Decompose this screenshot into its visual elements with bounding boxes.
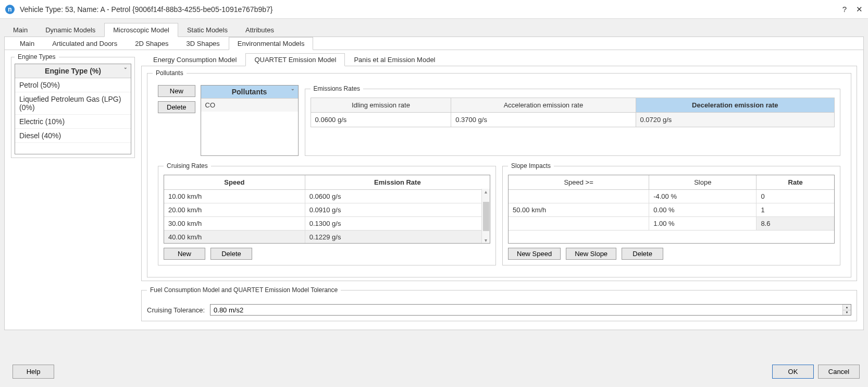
top-tab-main[interactable]: Main (4, 23, 36, 37)
pollutants-fieldset: Pollutants New Delete Pollutants ⌄ (147, 69, 851, 277)
window-title: Vehicle Type: 53, Name: A - Petrol {9006… (20, 5, 842, 14)
spinner-up-icon[interactable]: ▲ (843, 305, 851, 310)
engine-type-row[interactable]: Petrol (50%) (15, 78, 131, 92)
app-icon: n (5, 5, 15, 14)
new-speed-button[interactable]: New Speed (508, 248, 561, 260)
cancel-button[interactable]: Cancel (818, 365, 860, 379)
engine-type-row[interactable]: Electric (10%) (15, 115, 131, 129)
emissions-rates-table: Idling emission rate Acceleration emissi… (311, 98, 835, 127)
scroll-thumb[interactable] (483, 202, 489, 231)
emission-tab-quartet-emission-model[interactable]: QUARTET Emission Model (245, 53, 345, 66)
sub-tab-articulated-and-doors[interactable]: Articulated and Doors (43, 37, 126, 50)
idle-rate-header: Idling emission rate (311, 98, 451, 113)
accel-rate-header: Acceleration emission rate (451, 98, 636, 113)
emissions-rates-fieldset: Emissions Rates Idling emission rate Acc… (305, 85, 840, 156)
cruising-row[interactable]: 30.00 km/h0.1300 g/s (164, 217, 490, 231)
spinner-down-icon[interactable]: ▼ (843, 310, 851, 316)
cruising-row[interactable]: 10.00 km/h0.0600 g/s (164, 190, 490, 203)
decel-rate-cell[interactable]: 0.0720 g/s (636, 113, 834, 127)
top-tab-attributes[interactable]: Attributes (237, 23, 283, 37)
tolerance-input-wrap[interactable]: ▲ ▼ (210, 304, 851, 316)
sub-tab-environmental-models[interactable]: Environmental Models (229, 37, 314, 50)
top-tab-microscopic-model[interactable]: Microscopic Model (104, 23, 178, 37)
main-panel: MainArticulated and Doors2D Shapes3D Sha… (4, 37, 864, 330)
slope-impacts-fieldset: Slope Impacts Speed >= Slope Rate (502, 162, 840, 265)
emission-tab-energy-consumption-model[interactable]: Energy Consumption Model (144, 53, 245, 66)
tolerance-label: Cruising Tolerance: (147, 306, 205, 314)
idle-rate-cell[interactable]: 0.0600 g/s (311, 113, 451, 127)
titlebar: n Vehicle Type: 53, Name: A - Petrol {90… (0, 0, 868, 19)
top-tabs: MainDynamic ModelsMicroscopic ModelStati… (0, 23, 868, 37)
tolerance-fieldset: Fuel Consumption Model and QUARTET Emiss… (141, 286, 857, 321)
sub-tab-3d-shapes[interactable]: 3D Shapes (178, 37, 229, 50)
engine-types-list[interactable]: Engine Type (%) ⌄ Petrol (50%)Liquefied … (15, 64, 131, 154)
dialog-footer: Help OK Cancel (0, 365, 868, 379)
cruising-rates-table[interactable]: Speed Emission Rate 10.00 km/h0.0600 g/s… (164, 175, 490, 244)
cruising-row[interactable]: 20.00 km/h0.0910 g/s (164, 203, 490, 217)
cruising-row[interactable]: 40.00 km/h0.1229 g/s (164, 231, 490, 244)
ok-button[interactable]: OK (772, 365, 814, 379)
top-tab-static-models[interactable]: Static Models (178, 23, 237, 37)
sub-tab-2d-shapes[interactable]: 2D Shapes (126, 37, 177, 50)
tolerance-input[interactable] (210, 305, 842, 315)
slope-impacts-table[interactable]: Speed >= Slope Rate -4.00 %050.00 km/h0.… (509, 175, 834, 231)
help-button[interactable]: Help (13, 365, 54, 379)
close-icon[interactable]: ✕ (856, 5, 863, 14)
slope-delete-button[interactable]: Delete (622, 248, 663, 260)
sub-tab-main[interactable]: Main (11, 37, 43, 50)
caret-icon: ⌄ (291, 86, 295, 91)
tolerance-spinner[interactable]: ▲ ▼ (842, 305, 851, 315)
cruising-delete-button[interactable]: Delete (210, 248, 252, 260)
engine-types-fieldset: Engine Types Engine Type (%) ⌄ Petrol (5… (11, 53, 135, 158)
engine-types-legend: Engine Types (15, 53, 59, 61)
sub-tabs: MainArticulated and Doors2D Shapes3D Sha… (5, 37, 863, 50)
slope-row[interactable]: 50.00 km/h0.00 %1 (509, 203, 834, 217)
help-icon[interactable]: ? (842, 5, 847, 14)
cruising-new-button[interactable]: New (164, 248, 205, 260)
pollutants-list[interactable]: Pollutants ⌄ CO (201, 85, 299, 156)
new-slope-button[interactable]: New Slope (566, 248, 616, 260)
cruising-rates-fieldset: Cruising Rates Speed Emission Rate (158, 162, 496, 265)
engine-type-row[interactable]: Diesel (40%) (15, 129, 131, 142)
decel-rate-header[interactable]: Deceleration emission rate (636, 98, 834, 113)
pollutant-new-button[interactable]: New (158, 85, 195, 97)
engine-types-header[interactable]: Engine Type (%) ⌄ (15, 64, 131, 78)
scrollbar[interactable]: ▴ ▾ (481, 189, 490, 243)
pollutant-delete-button[interactable]: Delete (158, 101, 195, 113)
slope-row[interactable]: 1.00 %8.6 (509, 217, 834, 231)
slope-row[interactable]: -4.00 %0 (509, 190, 834, 203)
emission-tabs: Energy Consumption ModelQUARTET Emission… (141, 53, 857, 66)
accel-rate-cell[interactable]: 0.3700 g/s (451, 113, 636, 127)
top-tab-dynamic-models[interactable]: Dynamic Models (36, 23, 104, 37)
pollutant-row[interactable]: CO (201, 99, 298, 112)
engine-type-row[interactable]: Liquefied Petroleum Gas (LPG) (0%) (15, 92, 131, 115)
caret-icon: ⌄ (123, 65, 128, 70)
pollutants-header[interactable]: Pollutants ⌄ (201, 86, 298, 99)
emission-tab-panis-et-al-emission-model[interactable]: Panis et al Emission Model (345, 53, 444, 66)
